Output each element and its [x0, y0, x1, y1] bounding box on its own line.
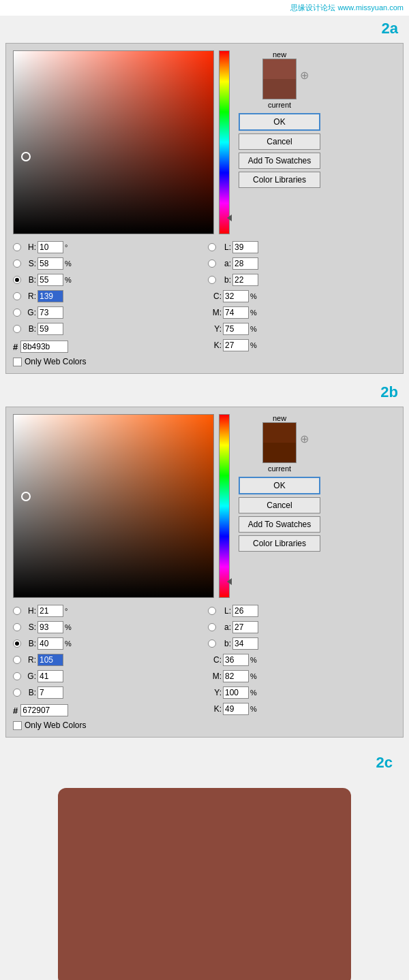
add-swatches-button-2a[interactable]: Add To Swatches — [239, 153, 320, 169]
l-radio-2a[interactable] — [208, 243, 216, 251]
c-input-2a[interactable] — [223, 290, 249, 302]
b2-label-2a: B: — [22, 324, 36, 334]
y-row-2a: Y: % — [208, 321, 396, 336]
s-input-2b[interactable] — [37, 621, 63, 633]
b2-input-2a[interactable] — [37, 323, 63, 335]
s-label-2b: S: — [22, 622, 36, 632]
s-input-2a[interactable] — [37, 257, 63, 270]
m-input-2b[interactable] — [223, 670, 249, 682]
m-unit-2a: % — [250, 309, 260, 317]
h-radio-2b[interactable] — [13, 607, 21, 615]
fields-left-2a: H: ° S: % B: % R: — [13, 240, 201, 353]
preview-icon-2b[interactable]: ⊕ — [300, 432, 309, 445]
color-field-2a[interactable] — [13, 50, 214, 234]
cancel-button-2b[interactable]: Cancel — [239, 497, 320, 513]
web-colors-row-2a: Only Web Colors — [13, 357, 396, 366]
y-unit-2a: % — [250, 325, 260, 333]
c-label-2b: C: — [208, 655, 222, 665]
color-field-2b[interactable] — [13, 414, 214, 598]
hue-slider-2a[interactable] — [218, 50, 230, 234]
hue-slider-2b[interactable] — [218, 414, 230, 598]
hue-bar-2b[interactable] — [219, 414, 230, 598]
h-input-2a[interactable] — [37, 241, 63, 253]
preview-colors-2b — [262, 422, 297, 463]
s-unit-2a: % — [65, 259, 74, 268]
web-colors-label-2a: Only Web Colors — [25, 357, 86, 366]
ok-button-2b[interactable]: OK — [239, 477, 320, 494]
y-label-2a: Y: — [208, 324, 222, 334]
hue-bar-2a[interactable] — [219, 50, 230, 234]
a-radio-2b[interactable] — [208, 623, 216, 631]
color-libraries-button-2b[interactable]: Color Libraries — [239, 535, 320, 552]
r-input-2b[interactable] — [37, 654, 63, 666]
r-radio-2b[interactable] — [13, 656, 21, 664]
c-unit-2b: % — [250, 656, 260, 664]
picker-main-row-2b: new ⊕ current OK Cancel Add To Swatches … — [13, 414, 396, 598]
b2-radio-2a[interactable] — [13, 325, 21, 333]
k-input-2b[interactable] — [223, 703, 249, 715]
m-input-2a[interactable] — [223, 306, 249, 319]
s-unit-2b: % — [65, 623, 74, 631]
s-radio-2b[interactable] — [13, 623, 21, 631]
b3-radio-2a[interactable] — [208, 276, 216, 284]
b2-input-2b[interactable] — [37, 686, 63, 699]
a-input-2a[interactable] — [232, 257, 258, 270]
b-row-2b: B: % — [13, 636, 201, 651]
hash-symbol-2a: # — [13, 342, 18, 352]
cancel-button-2a[interactable]: Cancel — [239, 133, 320, 150]
web-colors-checkbox-2b[interactable] — [13, 721, 22, 730]
a-row-2b: a: — [208, 620, 396, 635]
b-radio-2b[interactable] — [13, 639, 21, 648]
web-colors-checkbox-2a[interactable] — [13, 358, 22, 366]
b-unit-2a: % — [65, 276, 74, 284]
picker-main-row-2a: new ⊕ current OK Cancel Add To Swatches … — [13, 50, 396, 234]
l-radio-2b[interactable] — [208, 607, 216, 615]
c-input-2b[interactable] — [223, 654, 249, 666]
g-radio-2a[interactable] — [13, 309, 21, 317]
h-unit-2a: ° — [65, 243, 74, 251]
color-libraries-button-2a[interactable]: Color Libraries — [239, 172, 320, 188]
hex-input-2a[interactable] — [20, 341, 68, 353]
b-radio-2a[interactable] — [13, 276, 21, 284]
field-circle-2b[interactable] — [21, 492, 31, 501]
y-row-2b: Y: % — [208, 685, 396, 700]
s-label-2a: S: — [22, 259, 36, 268]
h-radio-2a[interactable] — [13, 243, 21, 251]
g-radio-2b[interactable] — [13, 672, 21, 680]
r-radio-2a[interactable] — [13, 292, 21, 300]
s-row-2a: S: % — [13, 256, 201, 271]
g-input-2b[interactable] — [37, 670, 63, 682]
add-swatches-button-2b[interactable]: Add To Swatches — [239, 516, 320, 533]
y-input-2b[interactable] — [223, 686, 249, 699]
a-input-2b[interactable] — [232, 621, 258, 633]
b3-radio-2b[interactable] — [208, 639, 216, 648]
buttons-area-2b: OK Cancel Add To Swatches Color Librarie… — [239, 477, 320, 552]
r-input-2a[interactable] — [37, 290, 63, 302]
s-radio-2a[interactable] — [13, 259, 21, 268]
l-input-2a[interactable] — [232, 241, 258, 253]
m-row-2b: M: % — [208, 669, 396, 684]
b-input-2a[interactable] — [37, 274, 63, 286]
watermark: 思缘设计论坛 www.missyuan.com — [0, 0, 409, 16]
fields-right-2b: L: a: b: C: % M: % — [201, 603, 396, 716]
preview-icon-2a[interactable]: ⊕ — [300, 69, 309, 82]
b3-input-2a[interactable] — [232, 274, 258, 286]
b-unit-2b: % — [65, 639, 74, 648]
g-input-2a[interactable] — [37, 306, 63, 319]
a-radio-2a[interactable] — [208, 259, 216, 268]
ok-button-2a[interactable]: OK — [239, 113, 320, 131]
section-2b-label: 2b — [0, 379, 409, 404]
a-label-2a: a: — [217, 259, 231, 268]
b3-input-2b[interactable] — [232, 637, 258, 650]
h-input-2b[interactable] — [37, 605, 63, 617]
b-input-2b[interactable] — [37, 637, 63, 650]
l-input-2b[interactable] — [232, 605, 258, 617]
field-circle-2a[interactable] — [21, 152, 31, 161]
b2-radio-2b[interactable] — [13, 689, 21, 697]
hex-input-2b[interactable] — [20, 704, 68, 716]
y-input-2a[interactable] — [223, 323, 249, 335]
a-row-2a: a: — [208, 256, 396, 271]
k-unit-2a: % — [250, 341, 260, 349]
k-input-2a[interactable] — [223, 339, 249, 351]
web-colors-row-2b: Only Web Colors — [13, 721, 396, 730]
